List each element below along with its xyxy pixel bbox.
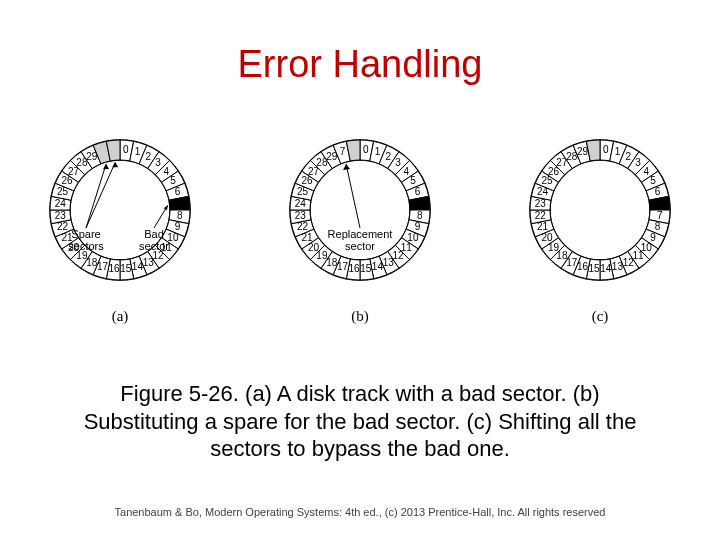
svg-text:Replacement: Replacement <box>328 228 393 240</box>
svg-text:Spare: Spare <box>71 228 100 240</box>
svg-text:6: 6 <box>655 186 661 197</box>
svg-text:sectors: sectors <box>68 240 104 252</box>
svg-text:8: 8 <box>655 221 661 232</box>
svg-text:0: 0 <box>363 144 369 155</box>
svg-text:14: 14 <box>132 261 144 272</box>
svg-text:16: 16 <box>577 261 589 272</box>
svg-text:6: 6 <box>175 186 181 197</box>
svg-text:4: 4 <box>164 166 170 177</box>
svg-text:22: 22 <box>297 221 309 232</box>
svg-text:1: 1 <box>375 146 381 157</box>
svg-text:21: 21 <box>537 221 549 232</box>
svg-text:17: 17 <box>337 261 349 272</box>
svg-text:16: 16 <box>349 263 361 274</box>
svg-text:5: 5 <box>650 175 656 186</box>
svg-text:13: 13 <box>383 257 395 268</box>
svg-text:13: 13 <box>143 257 155 268</box>
svg-text:sector: sector <box>345 240 375 252</box>
svg-text:9: 9 <box>175 221 181 232</box>
svg-text:8: 8 <box>417 210 423 221</box>
diagram-row: 0123456891011121314151617181920212223242… <box>0 130 720 325</box>
svg-text:3: 3 <box>155 157 161 168</box>
svg-text:7: 7 <box>657 210 663 221</box>
svg-text:14: 14 <box>372 261 384 272</box>
svg-text:12: 12 <box>623 257 635 268</box>
svg-text:0: 0 <box>603 144 609 155</box>
svg-text:15: 15 <box>120 263 132 274</box>
figure-caption: Figure 5-26. (a) A disk track with a bad… <box>80 380 640 463</box>
svg-text:15: 15 <box>589 263 601 274</box>
disk-b: 0123456891011121314151617181920212223242… <box>260 130 460 325</box>
svg-text:22: 22 <box>535 210 547 221</box>
svg-text:sector: sector <box>139 240 169 252</box>
svg-text:4: 4 <box>644 166 650 177</box>
svg-text:5: 5 <box>170 175 176 186</box>
svg-text:1: 1 <box>135 146 141 157</box>
svg-text:0: 0 <box>123 144 129 155</box>
svg-text:13: 13 <box>612 261 624 272</box>
disk-c: 0123456789101112131415161718192021222324… <box>500 130 700 325</box>
svg-text:16: 16 <box>109 263 121 274</box>
svg-text:Bad: Bad <box>144 228 164 240</box>
disk-b-sublabel: (b) <box>351 308 369 325</box>
svg-text:1: 1 <box>615 146 621 157</box>
svg-text:3: 3 <box>635 157 641 168</box>
svg-text:2: 2 <box>146 151 152 162</box>
svg-text:17: 17 <box>97 261 109 272</box>
svg-text:2: 2 <box>386 151 392 162</box>
disk-a-sublabel: (a) <box>112 308 129 325</box>
slide-title: Error Handling <box>0 43 720 86</box>
svg-text:3: 3 <box>395 157 401 168</box>
svg-text:23: 23 <box>55 210 67 221</box>
svg-text:15: 15 <box>360 263 372 274</box>
copyright-credit: Tanenbaum & Bo, Modern Operating Systems… <box>0 506 720 518</box>
svg-text:5: 5 <box>410 175 416 186</box>
svg-text:6: 6 <box>415 186 421 197</box>
svg-text:8: 8 <box>177 210 183 221</box>
disk-c-sublabel: (c) <box>592 308 609 325</box>
svg-point-78 <box>550 160 650 260</box>
svg-text:11: 11 <box>633 250 645 261</box>
svg-text:23: 23 <box>295 210 307 221</box>
disk-a: 0123456891011121314151617181920212223242… <box>20 130 220 325</box>
svg-text:12: 12 <box>393 250 405 261</box>
svg-text:2: 2 <box>626 151 632 162</box>
svg-text:29: 29 <box>577 146 589 157</box>
svg-text:22: 22 <box>57 221 69 232</box>
svg-text:14: 14 <box>600 263 612 274</box>
svg-text:4: 4 <box>404 166 410 177</box>
svg-text:9: 9 <box>415 221 421 232</box>
svg-text:7: 7 <box>340 146 346 157</box>
